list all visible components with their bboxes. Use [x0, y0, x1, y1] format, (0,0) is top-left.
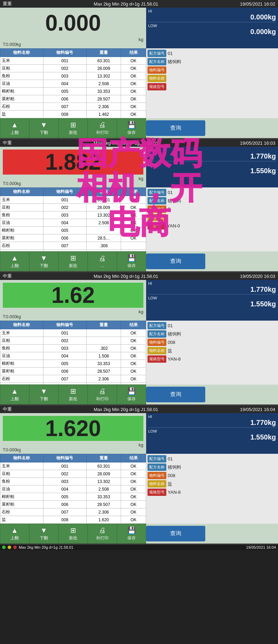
- table-row: 菜籽粕00628.507OK: [0, 95, 146, 103]
- table-cell: 007: [43, 242, 86, 250]
- hi-value: 1.770kg: [148, 152, 276, 161]
- action-button-4[interactable]: 💾保存: [117, 118, 146, 138]
- table-row: 菜籽粕00628.507OK: [0, 368, 146, 375]
- action-button-1[interactable]: ▼下翻: [29, 385, 58, 404]
- info-value: 01: [168, 190, 277, 195]
- table-header: 物料名称: [0, 454, 43, 462]
- table-cell: OK: [121, 368, 146, 375]
- action-button-2[interactable]: ⊞新批: [58, 524, 88, 544]
- hi-label: HI: [148, 148, 276, 152]
- action-button-4[interactable]: 💾保存: [117, 524, 146, 544]
- query-button[interactable]: 查询: [146, 526, 205, 541]
- table-cell: 豆粕: [0, 65, 43, 72]
- query-button[interactable]: 查询: [146, 387, 205, 402]
- top-bar-right: 19/05/2020 16:03: [240, 274, 275, 279]
- info-row: 配方名称 猪饲料: [148, 58, 277, 65]
- btn-group-left: ▲上翻▼下翻⊞新批🖨补打印💾保存: [0, 385, 146, 404]
- table-row: 棉籽粕005OK: [0, 227, 146, 234]
- info-row: 规格型号 YAN-8: [148, 489, 277, 496]
- table-cell: 002: [43, 204, 86, 211]
- action-button-1[interactable]: ▼下翻: [29, 118, 58, 138]
- table-header: 重量: [86, 188, 121, 196]
- action-button-4[interactable]: 💾保存: [117, 251, 146, 271]
- info-row: 配方名称 猪饲料: [148, 197, 277, 204]
- action-button-3[interactable]: 🖨补打印: [88, 524, 117, 544]
- action-button-3[interactable]: 🖨补打印: [88, 118, 117, 138]
- weight-left: 1.620 kg T:0.000kg: [0, 413, 146, 454]
- table-cell: 棉籽粕: [0, 493, 43, 501]
- btn-label-0: 上翻: [10, 130, 19, 136]
- info-value: 猪饲料: [168, 198, 277, 204]
- top-bar-right: 19/05/2021 16:03: [240, 140, 275, 146]
- table-cell: 棉籽粕: [0, 88, 43, 95]
- table-cell: 鱼粉: [0, 72, 43, 80]
- top-bar-center: Max 2kg Min 20g d=1g J1.58.01: [94, 274, 158, 279]
- table-cell: 2.306: [86, 103, 121, 111]
- data-table: 物料名称物料编号重量结果玉米00163.301OK豆粕00228.009OK鱼粉…: [0, 187, 146, 251]
- table-cell: 004: [43, 485, 86, 493]
- action-button-3[interactable]: 🖨…: [88, 251, 117, 271]
- table-row: 鱼粉00313.302OK: [0, 211, 146, 219]
- table-row: 棉籽粕00533.353OK: [0, 493, 146, 501]
- table-header: 重量: [86, 321, 121, 329]
- table-cell: 石粉: [0, 508, 43, 516]
- low-label: LOW: [148, 24, 276, 28]
- weight-unit-label: kg: [3, 37, 143, 42]
- table-cell: 002: [43, 337, 86, 345]
- table-cell: 005: [43, 360, 86, 368]
- table-cell: 菜籽粕: [0, 368, 43, 375]
- table-cell: 006: [43, 501, 86, 508]
- action-button-0[interactable]: ▲上翻: [0, 385, 29, 404]
- info-row: 配方编号 01: [148, 455, 277, 462]
- table-row: 豆油0042.508OK: [0, 485, 146, 493]
- info-row: 配方名称 猪饲料: [148, 330, 277, 338]
- info-label: 配方编号: [148, 50, 166, 57]
- btn-icon-4: 💾: [127, 254, 136, 262]
- table-cell: 28.009: [86, 65, 121, 72]
- table-cell: 005: [43, 227, 86, 234]
- table-row: 豆粕00228.009OK: [0, 470, 146, 478]
- table-cell: 豆油: [0, 352, 43, 360]
- btn-label-3: …: [100, 263, 104, 268]
- table-row: 豆粕00228.009OK: [0, 65, 146, 72]
- action-button-4[interactable]: 💾保存: [117, 385, 146, 404]
- action-button-0[interactable]: ▲上翻: [0, 524, 29, 544]
- table-cell: OK: [121, 65, 146, 72]
- info-value: 盐: [168, 481, 277, 487]
- action-button-0[interactable]: ▲上翻: [0, 118, 29, 138]
- table-cell: 008: [43, 516, 86, 524]
- action-button-1[interactable]: ▼下翻: [29, 524, 58, 544]
- data-table: 物料名称物料编号重量结果玉米00163.301OK豆粕00228.009OK鱼粉…: [0, 48, 146, 118]
- btn-icon-0: ▲: [11, 254, 18, 262]
- info-value: YAN-8: [168, 356, 277, 362]
- table-cell: 13.302: [86, 211, 121, 219]
- action-button-2[interactable]: ⊞新批: [58, 385, 88, 404]
- data-table: 物料名称物料编号重量结果玉米001OK豆粕002OK鱼粉003.302OK豆油0…: [0, 321, 146, 385]
- table-cell: 003: [43, 345, 86, 352]
- info-label: 物料编号: [148, 206, 166, 213]
- table-header: 重量: [86, 49, 121, 57]
- table-cell: 盐: [0, 516, 43, 524]
- query-button[interactable]: 查询: [146, 120, 205, 136]
- weight-left: 1.62 kg T:0.000kg: [0, 280, 146, 321]
- info-label: 物料名称: [148, 214, 166, 221]
- btn-icon-4: 💾: [127, 526, 136, 534]
- table-cell: [43, 250, 86, 251]
- low-value: 1.550kg: [148, 433, 276, 441]
- action-button-2[interactable]: ⊞新批: [58, 251, 88, 271]
- btn-group-left: ▲上翻▼下翻⊞新批🖨…💾保存: [0, 251, 146, 271]
- table-cell: OK: [121, 111, 146, 118]
- info-value: 猪饲料: [168, 331, 277, 337]
- info-row: 配方名称 猪饲料: [148, 464, 277, 471]
- btn-label-0: 上翻: [10, 263, 19, 269]
- query-button[interactable]: 查询: [146, 253, 205, 269]
- action-button-2[interactable]: ⊞新批: [58, 118, 88, 138]
- table-cell: OK: [121, 352, 146, 360]
- action-button-1[interactable]: ▼下翻: [29, 251, 58, 271]
- action-button-3[interactable]: 🖨补打印: [88, 385, 117, 404]
- status-dot-yellow: [8, 546, 11, 549]
- action-button-0[interactable]: ▲上翻: [0, 251, 29, 271]
- table-row: 石粉0072.306OK: [0, 508, 146, 516]
- info-value: 猪饲料: [168, 464, 277, 470]
- info-row: 物料名称 盐: [148, 347, 277, 354]
